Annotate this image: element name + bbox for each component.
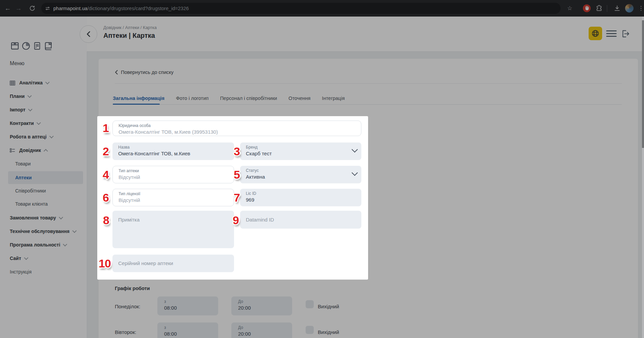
- annotation-number-2: 2: [103, 145, 109, 158]
- annotation-number-7: 7: [234, 191, 240, 204]
- annotation-number-5: 5: [234, 168, 240, 181]
- lic-id-field[interactable]: Lic ID 969: [240, 189, 361, 206]
- field-value: Омега-Консалтінг ТОВ, м.Киев (39953130): [119, 129, 361, 135]
- annotation-number-8: 8: [103, 214, 109, 227]
- field-value: Скарб тест: [246, 151, 361, 156]
- field-placeholder: Datamind ID: [246, 217, 361, 223]
- pharmacy-type-field[interactable]: Тип аптеки Відсутній: [112, 166, 234, 183]
- note-textarea[interactable]: Примітка: [112, 211, 234, 248]
- datamind-id-field[interactable]: Datamind ID: [240, 211, 361, 229]
- annotation-number-9: 9: [233, 214, 239, 227]
- field-label: Юридична особа: [119, 123, 361, 128]
- field-label: Бренд: [246, 145, 361, 150]
- field-placeholder: Серійний номер аптеки: [118, 260, 234, 266]
- annotation-number-4: 4: [103, 168, 109, 181]
- field-value: 969: [246, 197, 361, 203]
- field-value: Активна: [246, 174, 361, 180]
- field-value: Відсутній: [119, 174, 234, 180]
- screenshot-stage: ← → pharmapoint.ua/dictionary/drugstores…: [0, 0, 644, 338]
- field-label: Тип аптеки: [119, 168, 234, 173]
- serial-number-field[interactable]: Серійний номер аптеки: [112, 255, 234, 272]
- field-label: Тип ліцензії: [119, 191, 234, 196]
- field-label: Lic ID: [246, 191, 361, 196]
- status-select[interactable]: Статус Активна: [240, 166, 361, 183]
- name-field[interactable]: Назва Омега-Консалтінг ТОВ, м.Киев: [112, 142, 234, 160]
- brand-select[interactable]: Бренд Скарб тест: [240, 142, 361, 160]
- field-label: Статус: [246, 168, 361, 173]
- annotation-number-6: 6: [103, 191, 109, 204]
- field-placeholder: Примітка: [118, 217, 234, 223]
- field-label: Назва: [118, 145, 234, 150]
- field-value: Відсутній: [119, 197, 234, 203]
- scrollbar-thumb[interactable]: [642, 20, 644, 148]
- field-value: Омега-Консалтінг ТОВ, м.Киев: [118, 151, 234, 156]
- annotation-number-1: 1: [103, 122, 109, 135]
- annotation-number-10: 10: [99, 257, 111, 270]
- annotation-number-3: 3: [234, 145, 240, 158]
- legal-entity-field[interactable]: Юридична особа Омега-Консалтінг ТОВ, м.К…: [112, 121, 361, 136]
- license-type-field[interactable]: Тип ліцензії Відсутній: [112, 189, 234, 206]
